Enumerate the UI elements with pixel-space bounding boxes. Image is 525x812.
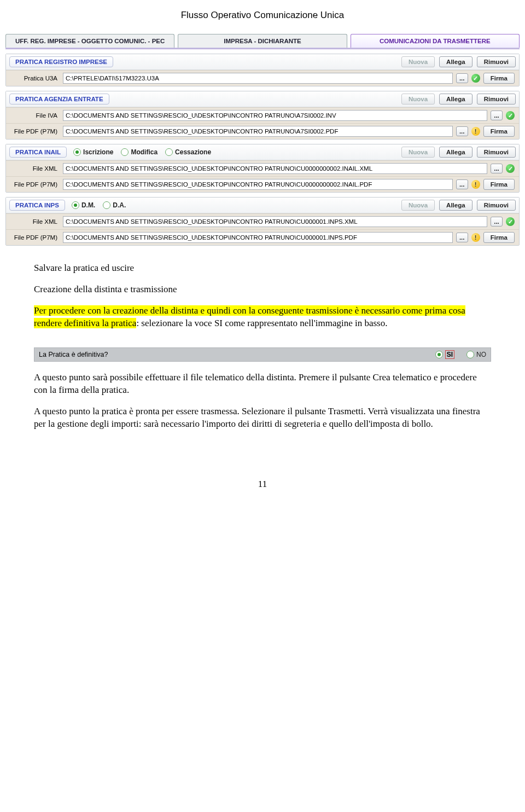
rimuovi-button[interactable]: Rimuovi xyxy=(477,147,516,158)
radio-icon xyxy=(103,201,110,209)
browse-button[interactable]: ... xyxy=(456,179,468,189)
inail-radio-group: Iscrizione Modifica Cessazione xyxy=(71,148,211,156)
definitiva-bar: La Pratica è definitiva? SI NO xyxy=(34,347,491,362)
radio-label: Cessazione xyxy=(175,148,211,156)
radio-icon xyxy=(72,201,79,209)
input-file-iva[interactable] xyxy=(63,110,487,121)
radio-icon xyxy=(73,148,81,156)
status-ok-icon xyxy=(506,164,515,173)
input-file-xml-inail[interactable] xyxy=(63,163,487,174)
radio-si[interactable]: SI xyxy=(435,350,454,359)
paragraph-telematico: A questo punto sarà possibile effettuare… xyxy=(34,372,491,397)
radio-icon xyxy=(121,148,129,156)
paragraph-creazione: Creazione della distinta e trasmissione xyxy=(34,283,491,296)
tab-bar: UFF. REG. IMPRESE - OGGETTO COMUNIC. - P… xyxy=(0,34,525,48)
nuova-button: Nuova xyxy=(401,56,435,67)
status-ok-icon xyxy=(506,111,515,120)
input-pratica-u3a[interactable] xyxy=(63,73,453,84)
input-file-pdf-ae[interactable] xyxy=(63,126,453,137)
radio-label: D.A. xyxy=(113,201,126,209)
radio-label-no: NO xyxy=(476,351,486,358)
allega-button[interactable]: Allega xyxy=(439,94,472,105)
nuova-button: Nuova xyxy=(401,94,435,105)
nuova-button: Nuova xyxy=(401,200,435,211)
rimuovi-button[interactable]: Rimuovi xyxy=(477,56,516,67)
panel-registro-imprese: PRATICA REGISTRO IMPRESE Nuova Allega Ri… xyxy=(5,54,520,86)
nuova-button: Nuova xyxy=(401,147,435,158)
paragraph-salvare: Salvare la pratica ed uscire xyxy=(34,262,491,275)
paragraph-tail: : selezionare la voce SI come rappresent… xyxy=(136,318,387,328)
panel-title-ae: PRATICA AGENZIA ENTRATE xyxy=(9,94,109,105)
definitiva-wrap: La Pratica è definitiva? SI NO xyxy=(0,345,525,372)
definitiva-question: La Pratica è definitiva? xyxy=(39,351,108,358)
radio-modifica[interactable]: Modifica xyxy=(121,148,158,156)
panel-title-inail: PRATICA INAIL xyxy=(9,147,67,158)
input-file-xml-inps[interactable] xyxy=(63,216,487,227)
browse-button[interactable]: ... xyxy=(491,217,503,227)
radio-label: Iscrizione xyxy=(83,148,113,156)
page-number: 11 xyxy=(0,446,525,501)
label-file-pdf-p7m: File PDF (P7M) xyxy=(10,234,60,241)
panel-inail: PRATICA INAIL Iscrizione Modifica Cessaz… xyxy=(5,144,520,193)
firma-button[interactable]: Firma xyxy=(483,126,515,137)
radio-no[interactable]: NO xyxy=(466,351,486,358)
browse-button[interactable]: ... xyxy=(491,164,503,173)
label-file-iva: File IVA xyxy=(10,112,60,119)
radio-iscrizione[interactable]: Iscrizione xyxy=(73,148,113,156)
label-file-xml-inps: File XML xyxy=(10,218,60,225)
input-file-pdf-inps[interactable] xyxy=(63,232,453,243)
document-body-2: A questo punto sarà possibile effettuare… xyxy=(0,372,525,446)
label-file-pdf-p7m: File PDF (P7M) xyxy=(10,181,60,188)
browse-button[interactable]: ... xyxy=(456,126,468,136)
panel-agenzia-entrate: PRATICA AGENZIA ENTRATE Nuova Allega Rim… xyxy=(5,91,520,140)
panel-title-ri: PRATICA REGISTRO IMPRESE xyxy=(9,56,113,67)
allega-button[interactable]: Allega xyxy=(439,200,472,211)
radio-dm[interactable]: D.M. xyxy=(72,201,95,209)
label-file-pdf-p7m: File PDF (P7M) xyxy=(10,128,60,135)
tab-uff-reg[interactable]: UFF. REG. IMPRESE - OGGETTO COMUNIC. - P… xyxy=(5,34,174,48)
status-ok-icon xyxy=(506,217,515,226)
inps-radio-group: D.M. D.A. xyxy=(69,201,126,209)
radio-label: D.M. xyxy=(81,201,95,209)
browse-button[interactable]: ... xyxy=(456,233,468,242)
radio-icon xyxy=(466,351,474,358)
browse-button[interactable]: ... xyxy=(456,73,468,83)
radio-icon xyxy=(165,148,173,156)
firma-button[interactable]: Firma xyxy=(483,73,515,84)
document-header: Flusso Operativo Comunicazione Unica xyxy=(0,0,525,34)
tab-comunicazioni-trasmettere[interactable]: COMUNICAZIONI DA TRASMETTERE xyxy=(351,34,520,48)
radio-cessazione[interactable]: Cessazione xyxy=(165,148,211,156)
firma-button[interactable]: Firma xyxy=(483,232,515,243)
panel-inps: PRATICA INPS D.M. D.A. Nuova Allega Rimu… xyxy=(5,197,520,246)
radio-icon xyxy=(435,351,443,358)
rimuovi-button[interactable]: Rimuovi xyxy=(477,200,516,211)
label-pratica-u3a: Pratica U3A xyxy=(10,75,60,82)
label-file-xml-inail: File XML xyxy=(10,165,60,172)
radio-label: Modifica xyxy=(131,148,158,156)
rimuovi-button[interactable]: Rimuovi xyxy=(477,94,516,105)
status-ok-icon xyxy=(471,74,480,83)
tab-impresa-dichiarante[interactable]: IMPRESA - DICHIARANTE xyxy=(178,34,347,48)
firma-button[interactable]: Firma xyxy=(483,179,515,190)
radio-da[interactable]: D.A. xyxy=(103,201,126,209)
document-body: Salvare la pratica ed uscire Creazione d… xyxy=(0,250,525,345)
browse-button[interactable]: ... xyxy=(491,111,503,120)
status-warn-icon xyxy=(471,233,480,242)
paragraph-trasmetti: A questo punto la pratica è pronta per e… xyxy=(34,405,491,431)
status-warn-icon xyxy=(471,127,480,136)
status-warn-icon xyxy=(471,180,480,189)
input-file-pdf-inail[interactable] xyxy=(63,179,453,190)
allega-button[interactable]: Allega xyxy=(439,56,472,67)
paragraph-procedere: Per procedere con la creazione della dis… xyxy=(34,305,491,330)
radio-label-si: SI xyxy=(445,350,454,359)
tab-underline xyxy=(5,48,520,49)
allega-button[interactable]: Allega xyxy=(439,147,472,158)
panel-title-inps: PRATICA INPS xyxy=(9,200,65,211)
